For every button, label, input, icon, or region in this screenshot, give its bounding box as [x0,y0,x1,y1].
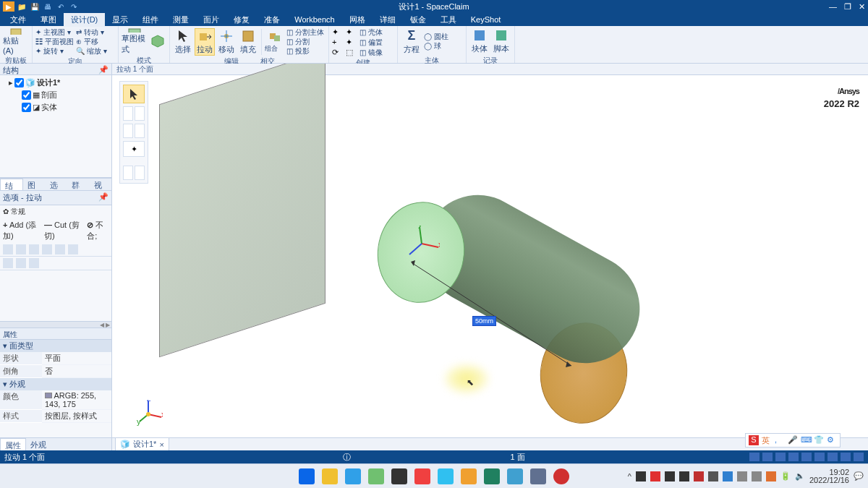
vt-tool-3[interactable] [135,106,145,121]
create-icon-4[interactable]: + [332,38,341,46]
equation-button[interactable]: Σ 方程 [401,27,422,55]
qat-undo-icon[interactable]: ↶ [55,1,67,12]
tab-structure[interactable]: 结构 [0,179,23,190]
split-button[interactable]: ◫ 分割 [286,37,326,46]
spin-button[interactable]: ✦ 旋转 ▾ [35,46,75,56]
create-icon-7[interactable]: ⟳ [332,48,341,56]
qat-run-icon[interactable]: ▶ [3,1,14,12]
opt-tool-9[interactable] [29,258,39,268]
prop-v-color[interactable]: ARGB: 255, 143, 175 [42,390,111,410]
sb-icon-9[interactable] [854,453,864,461]
sketch-plane[interactable] [159,64,326,357]
ime-bar[interactable]: S 英 , 🎤 ⌨ 👕 ⚙ [745,433,841,448]
create-icon-2[interactable]: ✦ [346,27,354,36]
tray-icon-7[interactable] [723,471,733,481]
tray-icon-4[interactable] [679,471,689,481]
task-app6-icon[interactable] [414,468,430,484]
minimize-button[interactable]: — [829,2,837,12]
split-body-button[interactable]: ◫ 分割主体 [286,27,326,37]
prop-v-style[interactable]: 按图层, 按样式 [42,410,111,423]
menu-sheetmetal[interactable]: 钣金 [403,13,433,27]
ime-punct-icon[interactable]: , [775,435,785,445]
tray-volume-icon[interactable]: 🔈 [795,471,805,481]
vt-tool-7[interactable] [123,166,133,180]
panel-scrollbar[interactable]: ◀ ▶ [0,321,111,328]
prop-v-shape[interactable]: 平面 [42,352,111,365]
zoom-button[interactable]: 🔍 缩放 ▾ [76,46,115,56]
vt-tool-6[interactable]: ✦ [123,141,145,157]
prop-v-chamfer[interactable]: 否 [42,365,111,378]
create-icon-5[interactable]: ✦ [346,38,354,46]
tray-chevron-icon[interactable]: ^ [628,472,631,481]
menu-prepare[interactable]: 准备 [257,13,287,27]
status-info-icon[interactable]: ⓘ [343,452,351,463]
tab-layers[interactable]: 图层 [23,179,45,190]
tray-icon-10[interactable] [766,471,776,481]
props-section-facetype[interactable]: ▾ 面类型 [0,340,111,352]
ime-logo-icon[interactable]: S [749,435,759,445]
qat-redo-icon[interactable]: ↷ [68,1,80,12]
vt-tool-2[interactable] [123,106,133,121]
close-button[interactable]: ✕ [859,2,865,12]
rotate-button[interactable]: ⇄ 转动 ▾ [76,27,115,37]
opt-tool-4[interactable] [42,244,52,254]
menu-sketch[interactable]: 草图 [33,13,64,27]
sb-icon-6[interactable] [814,453,825,461]
3d-mode-button[interactable] [149,27,166,55]
sb-icon-4[interactable] [788,453,799,461]
vt-select-icon[interactable] [123,85,145,103]
qat-open-icon[interactable]: 📁 [16,1,27,12]
tree-item-solid[interactable]: ◪ 实体 [1,101,110,114]
op-cut[interactable]: — Cut (剪切) [44,220,81,241]
doc-close-icon[interactable]: × [159,440,163,449]
tab-views[interactable]: 视图 [90,179,111,190]
tab-properties[interactable]: 属性 [0,438,26,450]
view-triad[interactable]: x y z [134,400,163,429]
tray-notifications-icon[interactable]: 💬 [854,471,864,481]
menu-measure[interactable]: 测量 [166,13,196,27]
vt-tool-4[interactable] [123,124,133,138]
tree-item-section[interactable]: ▦ 剖面 [1,89,110,101]
props-section-appearance[interactable]: ▾ 外观 [0,378,111,390]
tab-groups[interactable]: 群组 [67,179,89,190]
paste-button[interactable]: 粘贴 (A) [3,27,29,55]
script-button[interactable]: 脚本 [491,27,511,55]
tree-check-1[interactable] [22,90,31,100]
tree-root-checkbox[interactable] [14,78,24,87]
ime-settings-icon[interactable]: ⚙ [827,435,837,445]
task-app5-icon[interactable] [391,468,407,484]
tray-icon-6[interactable] [708,471,718,481]
sketch-mode-button[interactable]: 草图模式 [122,27,148,55]
project-button[interactable]: ◫ 投影 [286,46,326,56]
tray-icon-5[interactable] [694,471,704,481]
menu-keyshot[interactable]: KeyShot [464,14,509,25]
doc-tab-design1[interactable]: 🧊 设计1* × [115,437,169,450]
task-app4-icon[interactable] [368,468,384,484]
panel-pin-icon[interactable]: 📌 [98,65,109,73]
offset-button[interactable]: ◫ 偏置 [359,38,394,47]
sb-icon-3[interactable] [775,453,786,461]
op-nomerge[interactable]: ⊘ 不合; [87,220,109,241]
home-view-button[interactable]: ✦ 主视图 ▾ [35,27,75,37]
tray-icon-1[interactable] [636,471,646,481]
sb-icon-2[interactable] [762,453,773,461]
sb-icon-1[interactable] [749,453,760,461]
op-add[interactable]: + Add (添加) [3,220,38,241]
combine-button[interactable] [265,30,285,44]
opt-tool-2[interactable] [16,244,26,254]
vt-tool-8[interactable] [135,166,145,180]
tree-root[interactable]: ▸ 🧊 设计1* [1,77,110,89]
qat-print-icon[interactable]: 🖶 [42,1,54,12]
menu-display[interactable]: 显示 [105,13,135,27]
tray-battery-icon[interactable]: 🔋 [780,471,791,481]
sb-icon-5[interactable] [801,453,812,461]
ime-keyboard-icon[interactable]: ⌨ [801,435,811,445]
task-app11-icon[interactable] [530,468,546,484]
pan-button[interactable]: ⊕ 平移 [76,37,115,46]
menu-detail[interactable]: 详细 [373,13,403,27]
block-button[interactable]: 块体 [469,27,490,55]
viewport-3d[interactable]: 拉动 1 个面 x y 50mm ⬉ [112,64,868,450]
opt-tool-6[interactable] [68,244,78,254]
qat-save-icon[interactable]: 💾 [29,1,41,12]
move-button[interactable]: 移动 [216,28,237,56]
